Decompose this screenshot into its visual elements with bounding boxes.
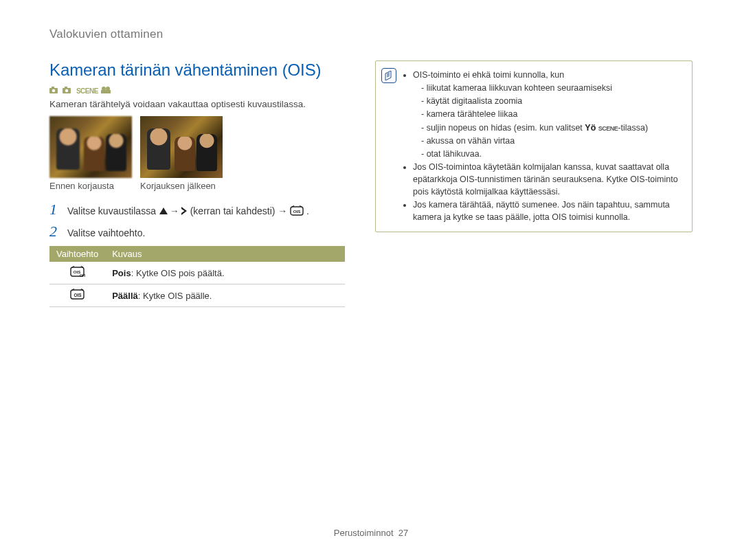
ois-icon: OIS xyxy=(290,205,304,218)
step-text: Valitse vaihtoehto. xyxy=(67,226,145,240)
intro-text: Kameran tärähtelyä voidaan vakauttaa opt… xyxy=(49,99,345,109)
svg-text:OIS: OIS xyxy=(74,293,82,298)
svg-text:OFF: OFF xyxy=(80,273,85,278)
option-label: Pois xyxy=(112,268,131,278)
right-chevron-icon xyxy=(181,206,188,217)
info-text: OIS-toiminto ei ehkä toimi kunnolla, kun xyxy=(413,70,564,80)
option-desc: : Kytke OIS päälle. xyxy=(138,291,212,301)
info-text: akussa on vähän virtaa xyxy=(421,135,684,147)
caption-before: Ennen korjausta xyxy=(49,181,132,191)
scene-icon: SCENE xyxy=(76,88,98,95)
page-title: Kameran tärinän vähentäminen (OIS) xyxy=(49,60,345,80)
info-text: suljin nopeus on hidas (esim. kun valits… xyxy=(421,122,684,134)
info-text: Jos kamera tärähtää, näyttö sumenee. Jos… xyxy=(413,199,684,223)
info-text: kamera tärähtelee liikaa xyxy=(421,108,684,120)
table-header: Kuvaus xyxy=(105,246,345,262)
svg-point-5 xyxy=(65,89,68,92)
svg-marker-9 xyxy=(159,208,168,214)
up-triangle-icon xyxy=(159,207,168,216)
option-desc: : Kytke OIS pois päältä. xyxy=(131,268,225,278)
svg-text:OIS: OIS xyxy=(293,209,301,214)
scene-icon: SCENE xyxy=(598,126,618,132)
step-1: 1 Valitse kuvaustilassa → (kerran tai ka… xyxy=(49,202,345,219)
option-label: Päällä xyxy=(112,291,138,301)
breadcrumb: Valokuvien ottaminen xyxy=(49,27,693,41)
info-text: käytät digitaalista zoomia xyxy=(421,95,684,107)
table-header: Vaihtoehto xyxy=(49,246,105,262)
svg-rect-8 xyxy=(101,90,111,93)
arrow-icon: → xyxy=(170,204,179,219)
svg-rect-4 xyxy=(65,87,67,89)
table-row: OISOFF Pois: Kytke OIS pois päältä. xyxy=(49,262,345,284)
ois-off-icon: OISOFF xyxy=(70,266,85,280)
info-text: Jos OIS-toimintoa käytetään kolmijalan k… xyxy=(413,161,684,198)
info-box: OIS-toiminto ei ehkä toimi kunnolla, kun… xyxy=(375,60,693,232)
svg-marker-10 xyxy=(181,207,187,215)
step-text: (kerran tai kahdesti) → xyxy=(188,205,290,216)
photo-before xyxy=(49,116,132,178)
ois-on-icon: OIS xyxy=(70,289,85,302)
movie-icon xyxy=(101,87,111,95)
note-icon xyxy=(381,68,396,83)
svg-rect-1 xyxy=(52,87,54,89)
info-text: liikutat kameraa liikkuvan kohteen seura… xyxy=(421,82,684,94)
step-number: 1 xyxy=(49,202,67,217)
table-row: OIS Päällä: Kytke OIS päälle. xyxy=(49,284,345,307)
step-2: 2 Valitse vaihtoehto. xyxy=(49,224,345,240)
step-text: . xyxy=(304,205,309,216)
page-footer: Perustoiminnot 27 xyxy=(0,528,742,538)
step-number: 2 xyxy=(49,224,67,239)
options-table: Vaihtoehto Kuvaus OISOFF Pois: Kytke OIS… xyxy=(49,246,345,307)
camera-icon xyxy=(49,87,58,95)
camera-icon xyxy=(63,87,71,95)
mode-icons: SCENE xyxy=(49,84,345,93)
svg-point-2 xyxy=(52,89,55,92)
caption-after: Korjauksen jälkeen xyxy=(140,181,223,191)
info-text: otat lähikuvaa. xyxy=(421,148,684,160)
step-text: Valitse kuvaustilassa xyxy=(67,205,159,216)
photo-after xyxy=(140,116,223,178)
